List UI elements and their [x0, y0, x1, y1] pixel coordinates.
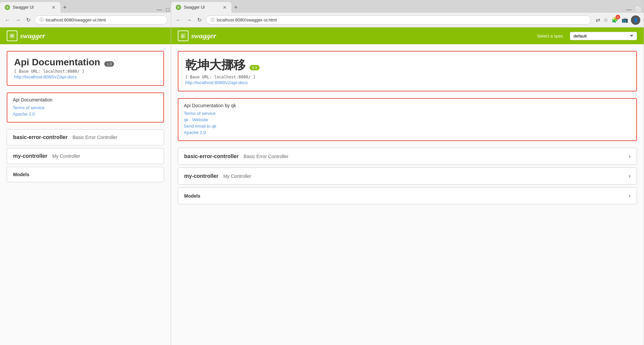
left-my-controller[interactable]: my-controller My Controller: [7, 148, 164, 164]
left-basic-error-desc: Basic Error Controller: [72, 135, 117, 140]
left-basic-error-row: basic-error-controller Basic Error Contr…: [13, 134, 117, 140]
left-apache-link[interactable]: Apache 2.0: [13, 112, 158, 117]
left-basic-error-name: basic-error-controller: [13, 134, 68, 140]
right-info-box: 乾坤大挪移 9.9 [ Base URL: localhost:8080/ ] …: [178, 51, 637, 91]
right-forward-button[interactable]: →: [185, 16, 193, 24]
left-terms-link[interactable]: Terms of service: [13, 105, 158, 110]
right-tab-favicon: S: [176, 5, 181, 10]
right-basic-error-row: basic-error-controller Basic Error Contr…: [184, 153, 288, 159]
right-terms-link[interactable]: Terms of service: [184, 111, 631, 116]
right-tab-bar: S Swagger UI ✕ + — ⬜: [171, 0, 644, 13]
left-back-button[interactable]: ←: [3, 16, 11, 24]
left-minimize-button[interactable]: —: [155, 7, 163, 13]
left-active-tab[interactable]: S Swagger UI ✕: [0, 2, 60, 13]
left-desc-title: Api Documentation: [13, 97, 158, 102]
left-swagger-content: {} swagger Api Documentation 1.0 [ Base …: [0, 27, 171, 345]
left-url-text: localhost:8080/swagger-ui.html: [46, 17, 106, 22]
left-address-bar: ← → ↻ ⓘ localhost:8080/swagger-ui.html: [0, 13, 171, 27]
right-base-url: [ Base URL: localhost:8080/ ]: [185, 75, 630, 79]
left-forward-button[interactable]: →: [14, 16, 22, 24]
right-spec-select[interactable]: default: [570, 32, 637, 40]
left-models-title: Models: [13, 172, 29, 177]
right-my-controller-chevron: ›: [629, 172, 631, 180]
left-maximize-button[interactable]: □: [165, 7, 171, 13]
right-my-controller-row: my-controller My Controller: [184, 173, 251, 179]
left-my-controller-row: my-controller My Controller: [13, 153, 80, 159]
right-api-title-row: 乾坤大挪移 9.9: [185, 57, 630, 73]
svg-text:{}: {}: [11, 34, 13, 38]
left-reload-button[interactable]: ↻: [25, 16, 32, 24]
right-tab-label: Swagger UI: [184, 5, 205, 10]
right-website-link[interactable]: qk - Website: [184, 117, 631, 122]
left-lock-icon: ⓘ: [40, 17, 44, 23]
right-translate-button[interactable]: ⇄: [595, 16, 601, 24]
right-profile-avatar[interactable]: 👤: [631, 15, 640, 25]
right-apache-link[interactable]: Apache 2.0: [184, 130, 631, 135]
left-url-bar[interactable]: ⓘ localhost:8080/swagger-ui.html: [35, 15, 167, 24]
right-api-docs-link[interactable]: http://localhost:8080/v2/api-docs: [185, 80, 248, 85]
right-desc-section: Api Documentation by qk Terms of service…: [178, 98, 637, 141]
left-swagger-body: Api Documentation 1.0 [ Base URL: localh…: [0, 44, 171, 345]
right-notif-count: 1: [615, 15, 620, 19]
left-swagger-logo: {} swagger: [7, 30, 45, 41]
right-active-tab[interactable]: S Swagger UI ✕: [171, 2, 231, 13]
right-email-link[interactable]: Send email to qk: [184, 124, 631, 129]
right-desc-title: Api Documentation by qk: [184, 103, 631, 108]
left-my-controller-name: my-controller: [13, 153, 47, 159]
right-address-bar: ← → ↻ ⓘ localhost:8080/swagger-ui.html ⇄…: [171, 13, 644, 27]
right-swagger-logo: {} swagger: [178, 30, 216, 41]
right-restore-button[interactable]: ⬜: [634, 6, 644, 13]
right-basic-error-desc: Basic Error Controller: [244, 154, 288, 159]
left-tab-favicon: S: [5, 5, 10, 10]
left-api-title: Api Documentation: [14, 57, 100, 67]
right-models-title: Models: [184, 193, 200, 199]
left-browser-window: S Swagger UI ✕ + — □ ← → ↻ ⓘ localhost:8…: [0, 0, 171, 345]
left-tab-label: Swagger UI: [13, 5, 34, 10]
right-lock-icon: ⓘ: [211, 17, 215, 23]
svg-text:{}: {}: [181, 34, 184, 38]
right-models-chevron: ›: [629, 192, 631, 199]
left-api-docs-link[interactable]: http://localhost:8080/v2/api-docs: [14, 74, 76, 79]
left-desc-section: Api Documentation Terms of service Apach…: [7, 92, 164, 123]
left-models-section[interactable]: Models: [7, 167, 164, 182]
right-swagger-header: {} swagger Select a spec default: [171, 27, 644, 44]
left-info-box: Api Documentation 1.0 [ Base URL: localh…: [7, 51, 164, 86]
left-window-controls: — □: [155, 7, 171, 13]
left-api-title-row: Api Documentation 1.0: [14, 57, 157, 68]
right-notification-badge: 🧩 1: [611, 16, 619, 24]
right-browser-window: S Swagger UI ✕ + — ⬜ ← → ↻ ⓘ localhost:8…: [171, 0, 644, 345]
left-version-badge: 1.0: [104, 61, 114, 67]
right-cast-button[interactable]: 📺: [621, 16, 629, 24]
left-basic-error-controller[interactable]: basic-error-controller Basic Error Contr…: [7, 129, 164, 145]
right-my-controller[interactable]: my-controller My Controller ›: [178, 167, 637, 185]
right-url-bar[interactable]: ⓘ localhost:8080/swagger-ui.html: [206, 15, 591, 24]
right-url-text: localhost:8080/swagger-ui.html: [217, 17, 277, 22]
right-swagger-icon: {}: [178, 30, 189, 41]
right-window-controls: — ⬜: [625, 6, 644, 13]
right-browser-actions: ⇄ ☆ 🧩 1 📺 👤: [595, 15, 640, 25]
right-star-button[interactable]: ☆: [603, 16, 609, 24]
right-swagger-body: 乾坤大挪移 9.9 [ Base URL: localhost:8080/ ] …: [171, 44, 644, 345]
right-reload-button[interactable]: ↻: [196, 16, 203, 24]
left-tab-close[interactable]: ✕: [52, 5, 56, 10]
right-my-controller-name: my-controller: [184, 173, 218, 179]
left-swagger-title: swagger: [20, 31, 45, 40]
right-api-title: 乾坤大挪移: [185, 58, 246, 72]
right-tab-close[interactable]: ✕: [223, 5, 227, 10]
left-tab-bar: S Swagger UI ✕ + — □: [0, 0, 171, 13]
right-models-section[interactable]: Models ›: [178, 187, 637, 204]
right-select-spec-label: Select a spec: [537, 33, 563, 39]
right-back-button[interactable]: ←: [174, 16, 182, 24]
left-swagger-header: {} swagger: [0, 27, 171, 44]
right-swagger-title: swagger: [191, 31, 216, 40]
right-basic-error-controller[interactable]: basic-error-controller Basic Error Contr…: [178, 148, 637, 165]
right-minimize-button[interactable]: —: [625, 7, 633, 13]
right-version-badge: 9.9: [250, 65, 259, 70]
left-new-tab-button[interactable]: +: [60, 4, 69, 11]
right-basic-error-chevron: ›: [629, 153, 631, 160]
left-my-controller-desc: My Controller: [52, 153, 80, 159]
right-new-tab-button[interactable]: +: [231, 4, 240, 11]
left-base-url: [ Base URL: localhost:8080/ ]: [14, 69, 157, 74]
right-basic-error-name: basic-error-controller: [184, 153, 239, 159]
right-my-controller-desc: My Controller: [223, 174, 251, 179]
